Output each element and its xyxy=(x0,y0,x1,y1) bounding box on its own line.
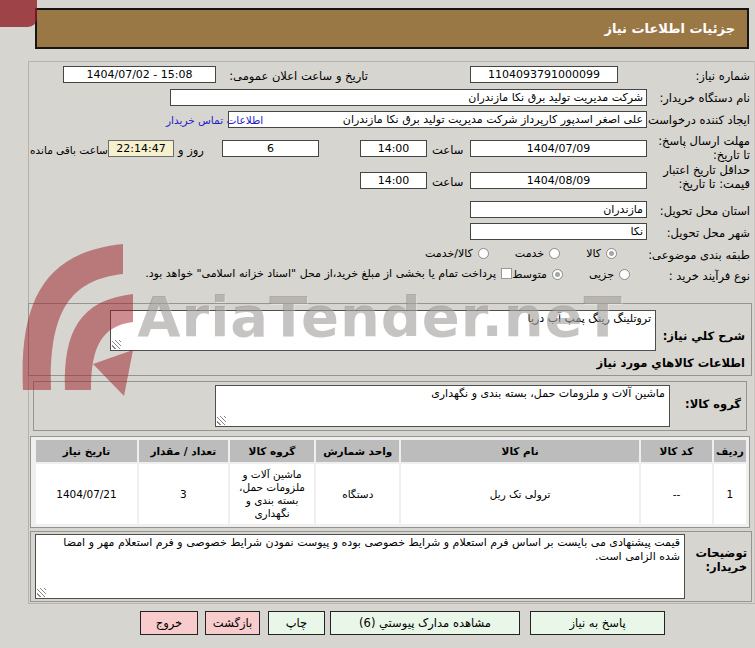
treasury-checkbox-label: پرداخت تمام یا بخشی از مبلغ خرید،از محل … xyxy=(145,267,496,280)
classification-option-goods-service: کالا/خدمت xyxy=(425,247,489,260)
goods-group-textarea[interactable]: ماشین آلات و ملزومات حمل، بسته بندی و نگ… xyxy=(215,385,670,427)
city-label: شهر محل تحویل: xyxy=(667,226,750,240)
city-field[interactable]: نکا xyxy=(470,223,647,240)
reply-deadline-date-field[interactable]: 1404/07/09 xyxy=(470,140,647,157)
print-button[interactable]: چاپ xyxy=(268,611,325,635)
public-announce-field[interactable]: 1404/07/02 - 15:08 xyxy=(63,66,216,83)
radio-minor[interactable] xyxy=(619,269,630,280)
radio-minor-label: جزیی xyxy=(589,268,614,281)
buyer-notes-label: توضیحات خریدار: xyxy=(685,546,747,574)
col-quantity: تعداد / مقدار xyxy=(139,440,228,462)
process-option-minor: جزیی xyxy=(589,268,630,281)
classification-option-service: خدمت xyxy=(515,247,560,260)
reply-deadline-label: مهلت ارسال پاسخ: تا تاریخ: xyxy=(650,134,750,162)
buyer-contact-link[interactable]: اطلاعات تماس خریدار xyxy=(166,114,263,126)
buyer-org-field[interactable]: شرکت مدیریت تولید برق نکا مازندران xyxy=(170,89,647,106)
need-number-label: شماره نیاز: xyxy=(695,69,750,83)
province-label: استان محل تحویل: xyxy=(660,204,750,218)
remaining-time-badge: 22:14:47 xyxy=(108,140,174,157)
col-item-name: نام کالا xyxy=(401,440,639,462)
resize-grip-icon[interactable] xyxy=(37,588,46,597)
classification-option-goods: کالا xyxy=(586,247,617,260)
reply-to-need-button[interactable]: پاسخ به نیاز xyxy=(530,611,665,635)
price-validity-label: حداقل تاریخ اعتبار قیمت: تا تاریخ: xyxy=(643,163,750,191)
goods-table-container: ردیف کد کالا نام کالا واحد شمارش گروه کا… xyxy=(30,436,750,528)
treasury-checkbox-block: پرداخت تمام یا بخشی از مبلغ خرید،از محل … xyxy=(30,267,512,282)
cell-need-date: 1404/07/21 xyxy=(36,464,137,524)
request-creator-label: ایجاد کننده درخواست: xyxy=(644,113,750,127)
cell-quantity: 3 xyxy=(139,464,228,524)
need-number-field[interactable]: 1104093791000099 xyxy=(470,66,618,83)
table-row: 1 -- ترولی تک ریل دستگاه ماشین آلات و مل… xyxy=(36,464,746,524)
resize-grip-icon[interactable] xyxy=(217,416,226,425)
buyer-notes-textarea[interactable]: قیمت پیشنهادی می بایست بر اساس فرم استعل… xyxy=(35,534,685,599)
price-validity-date-field[interactable]: 1404/08/09 xyxy=(470,172,647,189)
reply-deadline-time-field[interactable]: 14:00 xyxy=(360,140,427,157)
goods-group-value: ماشین آلات و ملزومات حمل، بسته بندی و نگ… xyxy=(216,386,669,402)
radio-goods-service-label: کالا/خدمت xyxy=(425,247,473,260)
radio-service-label: خدمت xyxy=(515,247,544,260)
public-announce-label: تاریخ و ساعت اعلان عمومی: xyxy=(229,69,368,83)
view-attachments-button[interactable]: مشاهده مدارک پیوستي (6) xyxy=(330,611,520,635)
col-unit: واحد شمارش xyxy=(316,440,399,462)
remaining-days-field[interactable]: 6 xyxy=(222,140,319,157)
radio-goods-service[interactable] xyxy=(478,248,489,259)
goods-table-header-row: ردیف کد کالا نام کالا واحد شمارش گروه کا… xyxy=(36,440,746,462)
need-description-value: تروتلینگ رینگ پمپ آب دریا xyxy=(111,311,655,327)
col-row-number: ردیف xyxy=(714,440,746,462)
process-type-options: جزیی متوسط xyxy=(512,268,630,281)
cell-unit: دستگاه xyxy=(316,464,399,524)
need-description-textarea[interactable]: تروتلینگ رینگ پمپ آب دریا xyxy=(110,310,656,351)
buyer-notes-value: قیمت پیشنهادی می بایست بر اساس فرم استعل… xyxy=(36,535,684,565)
classification-options: کالا خدمت کالا/خدمت xyxy=(425,247,617,260)
back-button[interactable]: بازگشت xyxy=(205,611,260,635)
page-title: جزئیات اطلاعات نیاز xyxy=(35,8,749,49)
radio-medium-label: متوسط xyxy=(512,268,547,281)
reply-deadline-time-label: ساعت xyxy=(432,143,463,157)
price-validity-time-label: ساعت xyxy=(432,175,463,189)
cell-item-code: -- xyxy=(641,464,712,524)
remaining-days-label: روز و xyxy=(178,143,204,157)
radio-service[interactable] xyxy=(549,248,560,259)
exit-button[interactable]: خروج xyxy=(140,611,198,635)
price-validity-time-field[interactable]: 14:00 xyxy=(360,172,427,189)
radio-goods-label: کالا xyxy=(586,247,601,260)
goods-section-title: اطلاعات کالاهاي مورد نیاز xyxy=(597,356,745,370)
request-creator-field[interactable]: علی اصغر اسدپور کارپرداز شرکت مدیریت تول… xyxy=(228,111,647,128)
need-description-label: شرح كلي نياز: xyxy=(663,329,745,343)
radio-goods[interactable] xyxy=(606,248,617,259)
col-item-group: گروه کالا xyxy=(230,440,315,462)
cell-row-number: 1 xyxy=(714,464,746,524)
goods-group-label: گروه کالا: xyxy=(685,397,741,411)
cell-item-name: ترولی تک ریل xyxy=(401,464,639,524)
watermark-logo-corner xyxy=(0,0,37,27)
goods-table: ردیف کد کالا نام کالا واحد شمارش گروه کا… xyxy=(34,438,748,526)
classification-label: طبقه بندی موضوعی: xyxy=(648,248,750,262)
radio-medium[interactable] xyxy=(552,269,563,280)
col-item-code: کد کالا xyxy=(641,440,712,462)
process-option-medium: متوسط xyxy=(512,268,563,281)
province-field[interactable]: مازندران xyxy=(470,201,647,218)
resize-grip-icon[interactable] xyxy=(112,340,121,349)
process-type-label: نوع فرآیند خرید : xyxy=(669,269,750,283)
need-details-page: AriaTender.neT جزئیات اطلاعات نیاز شماره… xyxy=(0,0,755,648)
col-need-date: تاریخ نیاز xyxy=(36,440,137,462)
remaining-time-label: ساعت باقی مانده xyxy=(30,143,108,157)
treasury-checkbox[interactable] xyxy=(501,268,512,279)
buyer-org-label: نام دستگاه خریدار: xyxy=(659,91,750,105)
cell-item-group: ماشین آلات و ملزومات حمل، بسته بندی و نگ… xyxy=(230,464,315,524)
